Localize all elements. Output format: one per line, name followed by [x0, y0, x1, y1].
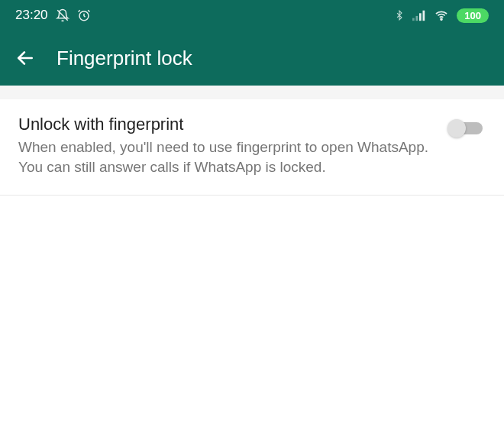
- empty-area: [0, 196, 504, 443]
- toggle-knob: [447, 119, 466, 137]
- svg-point-6: [441, 18, 442, 20]
- status-time: 23:20: [15, 8, 48, 23]
- svg-rect-2: [412, 18, 415, 21]
- svg-rect-5: [423, 11, 425, 21]
- fingerprint-toggle[interactable]: [449, 119, 486, 134]
- page-title: Fingerprint lock: [57, 47, 192, 70]
- dnd-icon: [56, 8, 69, 22]
- back-button[interactable]: [15, 48, 35, 68]
- setting-description: When enabled, you'll need to use fingerp…: [18, 137, 434, 176]
- svg-rect-4: [419, 13, 422, 21]
- app-bar: Fingerprint lock: [0, 31, 504, 86]
- signal-icon: [412, 9, 426, 21]
- wifi-icon: [434, 9, 449, 21]
- battery-indicator: 100: [457, 8, 489, 23]
- svg-rect-3: [416, 16, 418, 21]
- status-right: 100: [394, 8, 489, 23]
- settings-content: Unlock with fingerprint When enabled, yo…: [0, 99, 504, 196]
- fingerprint-unlock-setting[interactable]: Unlock with fingerprint When enabled, yo…: [0, 99, 504, 196]
- alarm-icon: [77, 8, 91, 22]
- status-left: 23:20: [15, 8, 91, 23]
- status-bar: 23:20: [0, 0, 504, 31]
- setting-text: Unlock with fingerprint When enabled, yo…: [18, 115, 449, 176]
- setting-title: Unlock with fingerprint: [18, 115, 434, 134]
- bluetooth-icon: [394, 8, 405, 22]
